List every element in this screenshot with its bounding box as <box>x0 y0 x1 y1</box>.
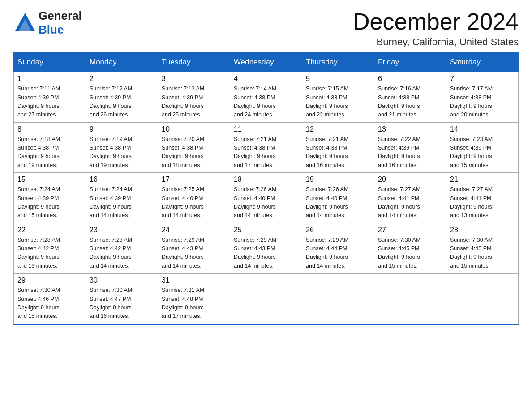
day-number: 3 <box>162 75 226 83</box>
day-info: Sunrise: 7:29 AM Sunset: 4:44 PM Dayligh… <box>306 236 370 271</box>
header-monday: Monday <box>86 53 158 72</box>
week-row-5: 29 Sunrise: 7:30 AM Sunset: 4:46 PM Dayl… <box>14 274 519 324</box>
calendar-cell: 31 Sunrise: 7:31 AM Sunset: 4:48 PM Dayl… <box>158 274 230 324</box>
header-wednesday: Wednesday <box>230 53 302 72</box>
calendar-cell: 9 Sunrise: 7:19 AM Sunset: 4:38 PM Dayli… <box>86 122 158 173</box>
day-info: Sunrise: 7:27 AM Sunset: 4:41 PM Dayligh… <box>450 185 515 220</box>
header-saturday: Saturday <box>446 53 519 72</box>
calendar-cell: 24 Sunrise: 7:29 AM Sunset: 4:43 PM Dayl… <box>158 223 230 274</box>
calendar-cell: 3 Sunrise: 7:13 AM Sunset: 4:39 PM Dayli… <box>158 72 230 122</box>
header-sunday: Sunday <box>14 53 86 72</box>
day-info: Sunrise: 7:12 AM Sunset: 4:39 PM Dayligh… <box>90 85 154 120</box>
calendar-cell: 4 Sunrise: 7:14 AM Sunset: 4:38 PM Dayli… <box>230 72 302 122</box>
calendar-cell: 23 Sunrise: 7:28 AM Sunset: 4:42 PM Dayl… <box>86 223 158 274</box>
calendar-body: 1 Sunrise: 7:11 AM Sunset: 4:39 PM Dayli… <box>14 72 519 324</box>
day-number: 6 <box>378 75 442 83</box>
day-number: 30 <box>90 276 154 284</box>
day-number: 15 <box>17 176 82 184</box>
day-number: 24 <box>162 226 226 234</box>
header-friday: Friday <box>374 53 446 72</box>
day-number: 26 <box>306 226 370 234</box>
day-info: Sunrise: 7:21 AM Sunset: 4:38 PM Dayligh… <box>234 135 298 170</box>
day-number: 1 <box>17 75 82 83</box>
calendar-cell <box>230 274 302 324</box>
day-info: Sunrise: 7:18 AM Sunset: 4:38 PM Dayligh… <box>17 135 82 170</box>
day-info: Sunrise: 7:21 AM Sunset: 4:38 PM Dayligh… <box>306 135 370 170</box>
calendar-cell: 26 Sunrise: 7:29 AM Sunset: 4:44 PM Dayl… <box>302 223 374 274</box>
day-info: Sunrise: 7:30 AM Sunset: 4:47 PM Dayligh… <box>90 286 154 321</box>
calendar-table: SundayMondayTuesdayWednesdayThursdayFrid… <box>13 52 519 325</box>
day-info: Sunrise: 7:26 AM Sunset: 4:40 PM Dayligh… <box>306 185 370 220</box>
logo-blue: Blue <box>39 23 82 37</box>
day-number: 2 <box>90 75 154 83</box>
calendar-cell: 11 Sunrise: 7:21 AM Sunset: 4:38 PM Dayl… <box>230 122 302 173</box>
day-info: Sunrise: 7:31 AM Sunset: 4:48 PM Dayligh… <box>162 286 226 321</box>
day-number: 10 <box>162 125 226 133</box>
day-number: 17 <box>162 176 226 184</box>
day-number: 23 <box>90 226 154 234</box>
day-info: Sunrise: 7:27 AM Sunset: 4:41 PM Dayligh… <box>378 185 442 220</box>
day-number: 16 <box>90 176 154 184</box>
calendar-cell <box>374 274 446 324</box>
day-info: Sunrise: 7:16 AM Sunset: 4:38 PM Dayligh… <box>378 85 442 120</box>
day-number: 18 <box>234 176 298 184</box>
day-number: 19 <box>306 176 370 184</box>
calendar-cell: 17 Sunrise: 7:25 AM Sunset: 4:40 PM Dayl… <box>158 173 230 223</box>
calendar-cell: 27 Sunrise: 7:30 AM Sunset: 4:45 PM Dayl… <box>374 223 446 274</box>
calendar-cell: 18 Sunrise: 7:26 AM Sunset: 4:40 PM Dayl… <box>230 173 302 223</box>
day-info: Sunrise: 7:28 AM Sunset: 4:42 PM Dayligh… <box>17 236 82 271</box>
day-number: 12 <box>306 125 370 133</box>
day-number: 22 <box>17 226 82 234</box>
day-info: Sunrise: 7:28 AM Sunset: 4:42 PM Dayligh… <box>90 236 154 271</box>
calendar-cell: 28 Sunrise: 7:30 AM Sunset: 4:45 PM Dayl… <box>446 223 519 274</box>
logo-icon <box>13 11 37 34</box>
calendar-cell: 2 Sunrise: 7:12 AM Sunset: 4:39 PM Dayli… <box>86 72 158 122</box>
day-info: Sunrise: 7:30 AM Sunset: 4:45 PM Dayligh… <box>450 236 515 271</box>
day-number: 13 <box>378 125 442 133</box>
day-number: 7 <box>450 75 515 83</box>
day-number: 21 <box>450 176 515 184</box>
logo: General Blue <box>13 9 82 37</box>
page-header: General Blue December 2024 Burney, Calif… <box>13 9 519 48</box>
week-row-1: 1 Sunrise: 7:11 AM Sunset: 4:39 PM Dayli… <box>14 72 519 122</box>
day-info: Sunrise: 7:23 AM Sunset: 4:39 PM Dayligh… <box>450 135 515 170</box>
day-number: 5 <box>306 75 370 83</box>
month-title: December 2024 <box>353 9 519 34</box>
day-info: Sunrise: 7:22 AM Sunset: 4:39 PM Dayligh… <box>378 135 442 170</box>
calendar-cell: 13 Sunrise: 7:22 AM Sunset: 4:39 PM Dayl… <box>374 122 446 173</box>
day-number: 4 <box>234 75 298 83</box>
calendar-cell: 30 Sunrise: 7:30 AM Sunset: 4:47 PM Dayl… <box>86 274 158 324</box>
week-row-4: 22 Sunrise: 7:28 AM Sunset: 4:42 PM Dayl… <box>14 223 519 274</box>
calendar-cell: 8 Sunrise: 7:18 AM Sunset: 4:38 PM Dayli… <box>14 122 86 173</box>
day-number: 11 <box>234 125 298 133</box>
day-info: Sunrise: 7:25 AM Sunset: 4:40 PM Dayligh… <box>162 185 226 220</box>
location: Burney, California, United States <box>353 36 519 48</box>
day-info: Sunrise: 7:29 AM Sunset: 4:43 PM Dayligh… <box>162 236 226 271</box>
calendar-header-row: SundayMondayTuesdayWednesdayThursdayFrid… <box>14 53 519 72</box>
title-section: December 2024 Burney, California, United… <box>353 9 519 48</box>
calendar-cell: 29 Sunrise: 7:30 AM Sunset: 4:46 PM Dayl… <box>14 274 86 324</box>
day-info: Sunrise: 7:29 AM Sunset: 4:43 PM Dayligh… <box>234 236 298 271</box>
calendar-cell: 7 Sunrise: 7:17 AM Sunset: 4:38 PM Dayli… <box>446 72 519 122</box>
calendar-cell: 22 Sunrise: 7:28 AM Sunset: 4:42 PM Dayl… <box>14 223 86 274</box>
day-number: 14 <box>450 125 515 133</box>
day-info: Sunrise: 7:20 AM Sunset: 4:38 PM Dayligh… <box>162 135 226 170</box>
day-info: Sunrise: 7:26 AM Sunset: 4:40 PM Dayligh… <box>234 185 298 220</box>
day-info: Sunrise: 7:17 AM Sunset: 4:38 PM Dayligh… <box>450 85 515 120</box>
calendar-cell: 1 Sunrise: 7:11 AM Sunset: 4:39 PM Dayli… <box>14 72 86 122</box>
week-row-2: 8 Sunrise: 7:18 AM Sunset: 4:38 PM Dayli… <box>14 122 519 173</box>
day-number: 27 <box>378 226 442 234</box>
day-number: 28 <box>450 226 515 234</box>
day-info: Sunrise: 7:15 AM Sunset: 4:38 PM Dayligh… <box>306 85 370 120</box>
day-info: Sunrise: 7:24 AM Sunset: 4:39 PM Dayligh… <box>17 185 82 220</box>
day-number: 20 <box>378 176 442 184</box>
day-number: 29 <box>17 276 82 284</box>
day-info: Sunrise: 7:11 AM Sunset: 4:39 PM Dayligh… <box>17 85 82 120</box>
calendar-cell: 20 Sunrise: 7:27 AM Sunset: 4:41 PM Dayl… <box>374 173 446 223</box>
day-info: Sunrise: 7:30 AM Sunset: 4:46 PM Dayligh… <box>17 286 82 321</box>
calendar-cell <box>446 274 519 324</box>
header-thursday: Thursday <box>302 53 374 72</box>
day-number: 31 <box>162 276 226 284</box>
day-info: Sunrise: 7:14 AM Sunset: 4:38 PM Dayligh… <box>234 85 298 120</box>
calendar-cell: 10 Sunrise: 7:20 AM Sunset: 4:38 PM Dayl… <box>158 122 230 173</box>
